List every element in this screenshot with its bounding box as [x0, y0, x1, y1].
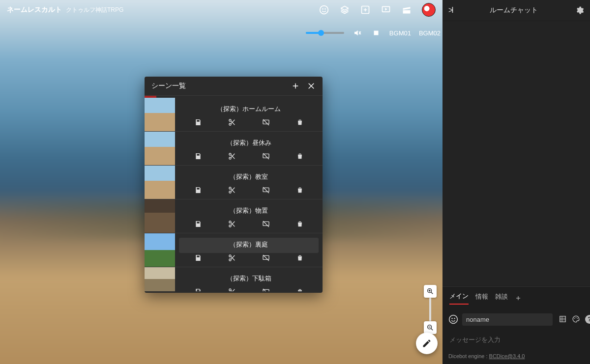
scene-item[interactable]: （探索）昼休み: [145, 132, 323, 166]
svg-point-12: [229, 191, 231, 193]
top-bar: ネームレスカルト クトゥルフ神話TRPG: [0, 0, 442, 20]
delete-icon[interactable]: [296, 254, 304, 262]
cut-icon[interactable]: [228, 118, 236, 126]
hide-icon[interactable]: [262, 186, 270, 194]
delete-icon[interactable]: [296, 186, 304, 194]
svg-point-13: [229, 187, 231, 189]
save-icon[interactable]: [194, 118, 202, 126]
scene-thumbnail[interactable]: [145, 98, 175, 131]
svg-point-27: [451, 318, 453, 319]
scene-thumbnail[interactable]: [145, 267, 175, 291]
save-icon[interactable]: [194, 220, 202, 228]
cut-icon[interactable]: [228, 288, 236, 292]
room-title: ネームレスカルト: [7, 5, 62, 14]
save-icon[interactable]: [194, 152, 202, 160]
tab-info[interactable]: 情報: [475, 292, 488, 304]
close-icon[interactable]: [307, 82, 316, 90]
svg-point-31: [576, 317, 577, 318]
sheet-icon[interactable]: [559, 315, 567, 323]
scene-title[interactable]: （探索）物置: [179, 204, 319, 219]
svg-point-16: [229, 221, 231, 223]
scene-thumbnail[interactable]: [145, 233, 175, 267]
hide-icon[interactable]: [262, 118, 270, 126]
hide-icon[interactable]: [262, 254, 270, 262]
scene-item[interactable]: （探索）ホームルーム: [145, 98, 323, 132]
zoom-control: [424, 285, 437, 334]
scene-panel-header[interactable]: シーン一覧: [145, 77, 323, 96]
scene-title[interactable]: （探索）裏庭: [179, 238, 319, 253]
save-icon[interactable]: [194, 186, 202, 194]
svg-point-18: [229, 259, 231, 261]
scene-thumbnail[interactable]: [145, 132, 175, 165]
svg-rect-5: [374, 31, 378, 35]
delete-icon[interactable]: [296, 288, 304, 292]
scene-item[interactable]: （探索）物置: [145, 199, 323, 233]
stop-icon[interactable]: [371, 28, 382, 38]
edit-fab[interactable]: [416, 333, 438, 354]
scene-item[interactable]: （探索）下駄箱: [145, 267, 323, 291]
delete-icon[interactable]: [296, 118, 304, 126]
chat-tabs: メイン 情報 雑談: [442, 286, 590, 308]
speaker-avatar-icon[interactable]: [448, 314, 458, 325]
delete-icon[interactable]: [296, 220, 304, 228]
layers-icon[interactable]: [339, 4, 350, 15]
svg-point-30: [574, 318, 575, 319]
hide-icon[interactable]: [262, 288, 270, 292]
svg-point-6: [229, 123, 231, 125]
cut-icon[interactable]: [228, 152, 236, 160]
bgm-track-1[interactable]: BGM01: [389, 29, 411, 37]
scene-clapper-icon[interactable]: [401, 4, 412, 15]
delete-icon[interactable]: [296, 152, 304, 160]
svg-point-26: [449, 315, 458, 324]
user-avatar[interactable]: [422, 3, 436, 17]
add-tab-icon[interactable]: [515, 295, 522, 302]
hide-icon[interactable]: [262, 152, 270, 160]
zoom-in-button[interactable]: [424, 285, 437, 298]
tab-main[interactable]: メイン: [449, 292, 469, 305]
svg-point-9: [229, 157, 231, 159]
dicebot-link[interactable]: BCDice@3.4.0: [489, 353, 525, 359]
add-panel-icon[interactable]: [360, 4, 371, 15]
bgm-track-2[interactable]: BGM02: [419, 29, 441, 37]
palette-icon[interactable]: [572, 315, 580, 323]
scene-title[interactable]: （探索）教室: [179, 170, 319, 185]
collapse-sidebar-icon[interactable]: >I: [448, 6, 452, 15]
tab-misc[interactable]: 雑談: [495, 292, 508, 304]
hide-icon[interactable]: [262, 220, 270, 228]
scene-thumbnail[interactable]: [145, 199, 175, 233]
scene-item[interactable]: （探索）裏庭: [145, 233, 323, 267]
save-icon[interactable]: [194, 254, 202, 262]
message-input[interactable]: [448, 333, 584, 346]
cut-icon[interactable]: [228, 254, 236, 262]
gear-icon[interactable]: [575, 6, 584, 15]
scene-title[interactable]: （探索）下駄箱: [179, 272, 319, 287]
volume-slider[interactable]: [306, 32, 344, 34]
svg-point-28: [454, 318, 455, 319]
svg-rect-29: [560, 316, 565, 322]
mute-icon[interactable]: [352, 28, 363, 38]
zoom-slider[interactable]: [429, 298, 431, 321]
scene-list[interactable]: （探索）ホームルーム （探索）昼休み （探索）教室: [145, 96, 323, 291]
cut-icon[interactable]: [228, 220, 236, 228]
scene-list-panel: シーン一覧 （探索）ホームルーム （探索）昼休み: [145, 77, 323, 293]
scene-title[interactable]: （探索）ホームルーム: [179, 102, 319, 117]
speaker-name-input[interactable]: [462, 313, 553, 326]
screen-icon[interactable]: [381, 4, 391, 15]
help-icon[interactable]: ?: [585, 315, 590, 324]
svg-point-1: [322, 8, 324, 9]
add-scene-icon[interactable]: [291, 82, 300, 90]
svg-point-7: [229, 119, 231, 121]
cut-icon[interactable]: [228, 186, 236, 194]
chat-log[interactable]: [442, 21, 590, 286]
scene-thumbnail[interactable]: [145, 166, 175, 199]
save-icon[interactable]: [194, 288, 202, 292]
dicebot-engine-label: Dicebot engine : BCDice@3.4.0: [442, 350, 590, 364]
svg-point-2: [324, 8, 326, 9]
character-icon[interactable]: [319, 4, 329, 15]
scene-title[interactable]: （探索）昼休み: [179, 136, 319, 151]
svg-point-15: [229, 225, 231, 227]
audio-bar: BGM01 BGM02: [306, 28, 441, 38]
scene-panel-title: シーン一覧: [151, 82, 186, 90]
svg-point-22: [229, 289, 231, 291]
scene-item[interactable]: （探索）教室: [145, 166, 323, 199]
